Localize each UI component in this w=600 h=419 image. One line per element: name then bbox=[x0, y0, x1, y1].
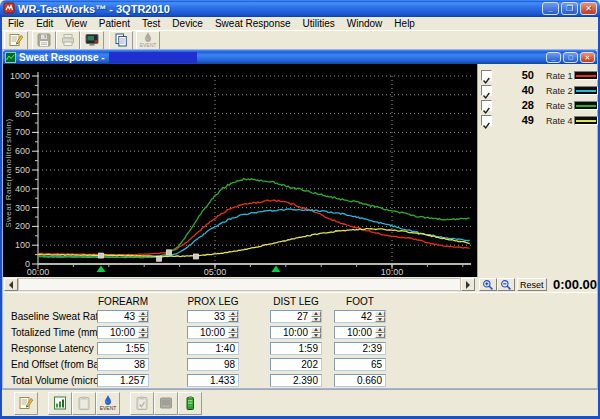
menu-item-utilities[interactable]: Utilities bbox=[297, 17, 341, 30]
notes-button[interactable] bbox=[14, 392, 38, 415]
minimize-button[interactable]: _ bbox=[542, 2, 559, 15]
report-button[interactable] bbox=[48, 392, 72, 415]
field-value: 10:00 bbox=[188, 327, 228, 338]
menu-item-patient[interactable]: Patient bbox=[93, 17, 136, 30]
baseline-sweat-rate-foot-field[interactable]: 42 bbox=[334, 310, 386, 323]
doc-minimize-button[interactable]: _ bbox=[546, 52, 561, 63]
menu-item-device[interactable]: Device bbox=[166, 17, 209, 30]
restore-button[interactable]: ❐ bbox=[561, 2, 578, 15]
menu-item-file[interactable]: File bbox=[2, 17, 30, 30]
print-button[interactable] bbox=[56, 31, 80, 50]
spin-down-button[interactable] bbox=[311, 333, 321, 339]
event-marker bbox=[99, 253, 104, 258]
copy-button[interactable] bbox=[109, 31, 133, 50]
legend-label: Rate 4 bbox=[546, 116, 573, 126]
totalized-time-mm-ss-forearm-field[interactable]: 10:00 bbox=[97, 326, 149, 339]
doc-maximize-button[interactable]: □ bbox=[563, 52, 578, 63]
reset-button[interactable]: Reset bbox=[517, 278, 547, 291]
legend-value: 28 bbox=[494, 99, 534, 111]
chart-legend: 50Rate 140Rate 228Rate 349Rate 4 bbox=[477, 64, 597, 277]
legend-checkbox-rate-2[interactable] bbox=[481, 85, 492, 96]
total-volume-microliters-prox-leg-field[interactable]: 1.433 bbox=[187, 374, 239, 387]
zoom-in-button[interactable] bbox=[479, 278, 497, 291]
totalized-time-mm-ss-prox-leg-field[interactable]: 10:00 bbox=[187, 326, 239, 339]
note-pencil-icon bbox=[18, 395, 34, 411]
menu-item-test[interactable]: Test bbox=[136, 17, 166, 30]
spin-down-icon bbox=[314, 334, 318, 337]
event-button[interactable]: EVENT bbox=[96, 392, 120, 415]
y-tick-label: 600 bbox=[15, 146, 30, 156]
response-latency-prox-leg-field[interactable]: 1:40 bbox=[187, 342, 239, 355]
spin-down-button[interactable] bbox=[375, 333, 385, 339]
device-dark-icon bbox=[158, 395, 174, 411]
sweat-rate-chart[interactable]: Sweat Rate(nanoliters/min) 0100200300400… bbox=[3, 64, 477, 277]
baseline-sweat-rate-prox-leg-field[interactable]: 33 bbox=[187, 310, 239, 323]
zoom-out-button[interactable] bbox=[497, 278, 515, 291]
battery-icon bbox=[182, 395, 198, 411]
spin-down-button[interactable] bbox=[138, 317, 148, 323]
spin-down-button[interactable] bbox=[138, 333, 148, 339]
spin-up-icon bbox=[141, 328, 145, 331]
device-dark-button[interactable] bbox=[154, 392, 178, 415]
total-volume-microliters-forearm-field[interactable]: 1.257 bbox=[97, 374, 149, 387]
save-button[interactable] bbox=[32, 31, 56, 50]
y-tick-label: 400 bbox=[15, 184, 30, 194]
field-value: 65 bbox=[335, 359, 385, 370]
spin-up-icon bbox=[378, 328, 382, 331]
y-tick-label: 200 bbox=[15, 221, 30, 231]
response-latency-dist-leg-field[interactable]: 1:59 bbox=[270, 342, 322, 355]
spin-down-button[interactable] bbox=[228, 333, 238, 339]
spin-down-button[interactable] bbox=[228, 317, 238, 323]
response-latency-foot-field[interactable]: 2:39 bbox=[334, 342, 386, 355]
spin-down-button[interactable] bbox=[311, 317, 321, 323]
menu-item-view[interactable]: View bbox=[59, 17, 93, 30]
legend-value: 50 bbox=[494, 69, 534, 81]
legend-checkbox-rate-3[interactable] bbox=[481, 100, 492, 111]
device-connect-button[interactable] bbox=[80, 31, 104, 50]
scroll-left-button[interactable] bbox=[4, 278, 18, 291]
field-value: 27 bbox=[271, 311, 311, 322]
spinner bbox=[375, 311, 385, 322]
chart-plot-area[interactable]: 0100200300400500600700800900100000:0005:… bbox=[3, 64, 477, 277]
end-offset-from-baseline-forearm-field[interactable]: 38 bbox=[97, 358, 149, 371]
legend-checkbox-rate-4[interactable] bbox=[481, 115, 492, 126]
end-offset-from-baseline-dist-leg-field[interactable]: 202 bbox=[270, 358, 322, 371]
legend-row-rate-4: 49Rate 4 bbox=[478, 114, 598, 127]
battery-button[interactable] bbox=[178, 392, 202, 415]
baseline-sweat-rate-dist-leg-field[interactable]: 27 bbox=[270, 310, 322, 323]
doc-close-button[interactable]: ✕ bbox=[580, 52, 595, 63]
end-offset-from-baseline-prox-leg-field[interactable]: 98 bbox=[187, 358, 239, 371]
magnifier-minus-icon bbox=[500, 279, 512, 291]
legend-checkbox-rate-1[interactable] bbox=[481, 70, 492, 81]
end-offset-from-baseline-foot-field[interactable]: 65 bbox=[334, 358, 386, 371]
totalized-time-mm-ss-foot-field[interactable]: 10:00 bbox=[334, 326, 386, 339]
event-button[interactable]: EVENT bbox=[136, 31, 160, 50]
close-button[interactable]: ✕ bbox=[580, 2, 597, 15]
menu-bar: FileEditViewPatientTestDeviceSweat Respo… bbox=[2, 17, 598, 30]
toolbar-button-label: EVENT bbox=[100, 406, 117, 411]
bottom-toolbar: EVENT bbox=[2, 389, 598, 416]
window-border-left bbox=[0, 17, 2, 416]
spin-down-button[interactable] bbox=[375, 317, 385, 323]
response-latency-forearm-field[interactable]: 1:55 bbox=[97, 342, 149, 355]
spin-down-icon bbox=[314, 318, 318, 321]
total-volume-microliters-dist-leg-field[interactable]: 2.390 bbox=[270, 374, 322, 387]
totalized-time-mm-ss-dist-leg-field[interactable]: 10:00 bbox=[270, 326, 322, 339]
total-volume-microliters-foot-field[interactable]: 0.660 bbox=[334, 374, 386, 387]
field-value: 2.390 bbox=[271, 375, 321, 386]
menu-item-sweat-response[interactable]: Sweat Response bbox=[209, 17, 297, 30]
clipboard-icon bbox=[76, 395, 92, 411]
legend-swatch bbox=[574, 101, 598, 110]
clipboard-button[interactable] bbox=[72, 392, 96, 415]
checklist-button[interactable] bbox=[130, 392, 154, 415]
scrollbar-track[interactable] bbox=[18, 278, 461, 291]
baseline-sweat-rate-forearm-field[interactable]: 43 bbox=[97, 310, 149, 323]
field-value: 33 bbox=[188, 311, 228, 322]
field-value: 1.257 bbox=[98, 375, 148, 386]
menu-item-window[interactable]: Window bbox=[341, 17, 389, 30]
toolbar-button-label: EVENT bbox=[140, 43, 157, 48]
scroll-right-button[interactable] bbox=[461, 278, 475, 291]
menu-item-edit[interactable]: Edit bbox=[30, 17, 59, 30]
new-test-button[interactable] bbox=[4, 31, 28, 50]
menu-item-help[interactable]: Help bbox=[388, 17, 421, 30]
